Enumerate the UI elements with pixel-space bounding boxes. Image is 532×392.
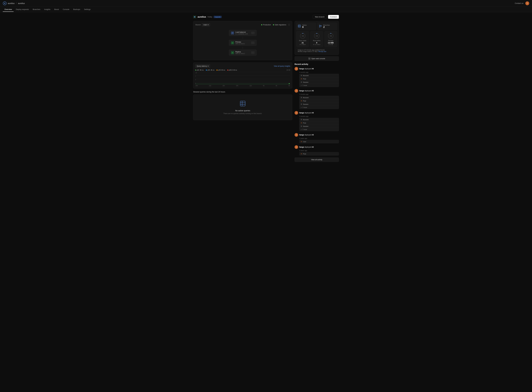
topbar: aurelius / aurelius Contact us I	[0, 0, 532, 7]
no-queries-title: No active queries	[196, 109, 289, 112]
brand-name[interactable]: aurelius	[8, 2, 14, 5]
new-branch-button[interactable]: New branch	[313, 15, 327, 19]
query-section: Query latency ▾ View all query insights …	[193, 62, 292, 89]
main-content: aurelius Hobby Upgrade New branch Connec…	[190, 12, 342, 165]
table-row: ⊟ Session	[299, 103, 339, 106]
subnav-item-boost[interactable]: Boost	[53, 7, 60, 12]
row-writes-limit: of 10 million	[312, 44, 321, 45]
primary-icon: ●	[231, 41, 234, 44]
left-column: Branch main ▾ Production Safe migrations	[193, 21, 292, 162]
subnav-item-settings[interactable]: Settings	[83, 7, 92, 12]
activity-text-2: llango deployed #2	[299, 146, 314, 148]
svg-point-12	[319, 27, 320, 27]
activity-tables-6: ⊟ Account ⊟ Post ⊟ Session +	[299, 74, 339, 87]
activity-more-6: + 7 more	[299, 84, 339, 87]
replica-name: Replica	[235, 51, 245, 53]
user-avatar[interactable]: I	[525, 1, 529, 5]
table-row: ⊟ Session	[299, 80, 339, 84]
activity-item-4: I llango deployed #4 3 months ago ⊟ Acco…	[295, 111, 339, 131]
subnav-item-backups[interactable]: Backups	[72, 7, 82, 12]
contact-us-link[interactable]: Contact us	[515, 2, 523, 4]
p99-dot	[217, 70, 217, 70]
no-queries-icon	[196, 100, 289, 108]
activity-tables-4: ⊟ Account ⊟ Post ⊟ Session +	[299, 118, 339, 131]
legend-p99-9: p99.9: 0 ms	[227, 69, 237, 71]
table-row: ⊟ Post	[299, 152, 339, 155]
table-icon: ⊟	[301, 78, 302, 80]
row-reads-value: 21	[298, 42, 307, 44]
subnav-item-console[interactable]: Console	[61, 7, 71, 12]
query-selector[interactable]: Query latency ▾	[195, 65, 210, 68]
lb-expand-btn[interactable]: ⋯	[251, 32, 254, 34]
activity-tables-5: ⊟ Account ⊟ Post ⊟ Session +	[299, 96, 339, 109]
activity-header-4: I llango deployed #4	[295, 111, 339, 115]
activity-more-5: + 7 more	[299, 106, 339, 109]
replica-icon: ●	[231, 51, 234, 54]
activity-time-3: 2 years ago	[299, 137, 339, 139]
stats-card: Tables 8	[295, 21, 339, 55]
usage-row: <1% Row reads 21 of 1 billion	[296, 31, 337, 47]
table-row: ⊟ User	[299, 140, 339, 143]
row-writes-circle: <1%	[314, 33, 320, 39]
no-queries-sub: There are no queries actively running on…	[196, 112, 289, 115]
subnav-item-deploy-requests[interactable]: Deploy requests	[14, 7, 31, 12]
usage-note: Usage as of 8 minutes ago (updated hourl…	[296, 48, 337, 53]
safe-migrations-status: Safe migrations	[273, 24, 286, 26]
row-writes-usage: <1% Row writes 9 of 10 million	[310, 31, 323, 47]
storage-label: Storage	[326, 40, 336, 42]
upgrade-badge[interactable]: Upgrade	[214, 16, 222, 18]
project-header: aurelius Hobby Upgrade New branch Connec…	[193, 15, 339, 19]
view-all-activity-button[interactable]: View all activity	[295, 158, 339, 162]
table-icon: ⊟	[301, 119, 302, 121]
brand-logo	[3, 1, 7, 5]
branch-label: Branch	[195, 24, 201, 26]
primary-expand-btn[interactable]: ⋯	[251, 42, 254, 44]
manage-plan-link[interactable]: Manage plan	[318, 51, 326, 52]
topbar-right: Contact us I	[515, 1, 529, 5]
activity-text-3: llango deployed #3	[299, 134, 314, 136]
tables-branches-row: Tables 8	[296, 23, 337, 30]
activity-header-3: I llango deployed #3	[295, 133, 339, 137]
activity-text-4: llango deployed #4	[299, 112, 314, 114]
replica-expand-btn[interactable]: ⋯	[251, 51, 254, 54]
activity-time-2: 2 years ago	[299, 150, 339, 151]
open-console-button[interactable]: ⬛ Open web console	[295, 56, 339, 61]
lb-name: Load balancer	[235, 31, 248, 33]
tables-label: Tables	[302, 24, 307, 26]
row-reads-label: Row reads	[298, 40, 307, 42]
p50-dot	[195, 70, 196, 70]
table-row: ⊟ Session	[299, 125, 339, 128]
svg-point-11	[319, 25, 320, 26]
branch-selector[interactable]: main ▾	[202, 23, 210, 26]
table-row: ⊟ Post	[299, 99, 339, 103]
connect-button[interactable]: Connect	[328, 15, 339, 19]
slowest-title: Slowest queries during the last 24 hours	[193, 91, 292, 93]
connector-2	[243, 47, 243, 49]
replica-sub: AWS eu-west-1	[235, 53, 245, 54]
activity-time-5: 3 months ago	[299, 93, 339, 95]
slowest-section: Slowest queries during the last 24 hours…	[193, 91, 292, 120]
view-all-insights-link[interactable]: View all query insights	[274, 65, 290, 67]
activity-item-6: I llango deployed #6 3 months ago ⊟ Acco…	[295, 67, 339, 87]
tables-stat: Tables 8	[296, 23, 316, 30]
time-axis: 24h 21h 18h 15h 12h 9h 6h 3h	[195, 85, 290, 87]
replica-node: ● Replica AWS eu-west-1 ⋯	[229, 50, 257, 56]
lb-sub: In 1 availability zone	[235, 33, 248, 35]
subnav-item-branches[interactable]: Branches	[31, 7, 42, 12]
connector-1	[243, 37, 243, 39]
plan-badge: Hobby	[207, 16, 212, 18]
subnav-item-overview[interactable]: Overview	[3, 7, 14, 12]
subnav-item-insights[interactable]: Insights	[42, 7, 52, 12]
info-icon[interactable]: ⓘ	[288, 23, 290, 26]
row-writes-label: Row writes	[312, 40, 321, 42]
project-name-topbar[interactable]: aurelius	[18, 2, 25, 5]
lb-node: ⇌ Load balancer In 1 availability zone ⋯	[229, 30, 257, 36]
table-row: ⊟ Account	[299, 118, 339, 121]
activity-title: Recent activity	[295, 63, 339, 65]
table-row: ⊟ Account	[299, 96, 339, 99]
chart-time-label: 10:30	[286, 69, 290, 71]
table-icon: ⊟	[301, 100, 302, 102]
table-icon: ⊟	[301, 125, 302, 127]
topbar-left: aurelius / aurelius	[3, 1, 25, 5]
safe-migrations-dot	[273, 24, 274, 25]
